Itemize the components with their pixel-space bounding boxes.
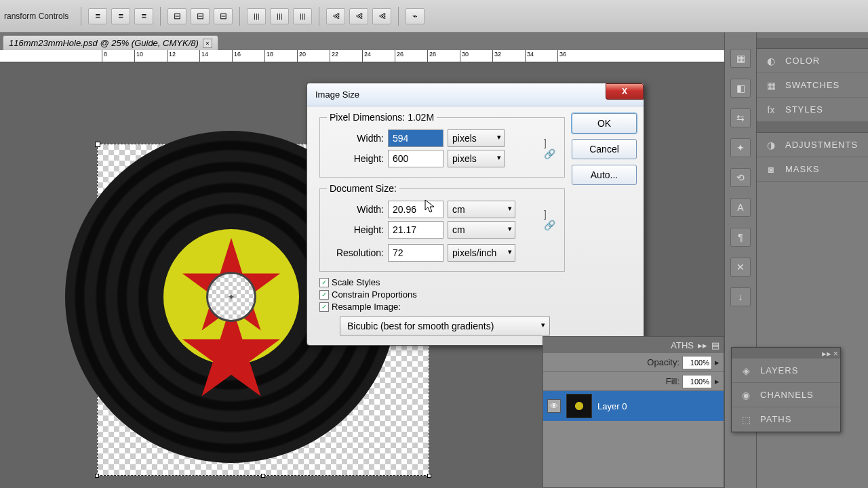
pixel-width-unit-select[interactable]: pixels	[448, 129, 505, 147]
channels-tab[interactable]: ◉CHANNELS	[732, 383, 840, 407]
align-btn-2[interactable]: ≡	[111, 8, 130, 24]
transform-handle[interactable]	[261, 474, 265, 478]
scale-styles-label: Scale Styles	[332, 277, 380, 287]
doc-width-unit-select[interactable]: cm	[448, 201, 515, 218]
options-label: ransform Controls	[4, 12, 74, 21]
resolution-unit-select[interactable]: pixels/inch	[448, 244, 515, 262]
panel-label: PATHS	[760, 414, 791, 424]
menu-icon[interactable]: ▤	[711, 340, 719, 350]
layers-panel-header[interactable]: ATHS ▸▸ ▤	[543, 337, 724, 353]
document-tab[interactable]: 116mm23mmHole.psd @ 25% (Guide, CMYK/8) …	[3, 35, 218, 50]
link-icon: ] 🔗	[544, 209, 557, 230]
width-label: Width:	[327, 133, 384, 144]
ruler-tick: 32	[492, 50, 501, 62]
pixel-height-input[interactable]	[388, 150, 443, 167]
popup-header[interactable]: ▸▸×	[732, 348, 840, 359]
doc-width-input[interactable]	[388, 201, 443, 218]
constrain-checkbox[interactable]: ✓	[319, 290, 329, 300]
panel-icon[interactable]: A	[730, 198, 751, 217]
dialog-titlebar[interactable]: Image Size X	[307, 83, 644, 106]
panel-grip[interactable]	[757, 38, 868, 49]
doc-height-input[interactable]	[388, 221, 443, 239]
center-marker-icon: ✦	[226, 292, 236, 302]
cancel-button[interactable]: Cancel	[572, 139, 637, 159]
color-panel-tab[interactable]: ◐COLOR	[757, 49, 868, 73]
pixel-width-input[interactable]	[388, 129, 443, 147]
panel-icon[interactable]: ⇆	[730, 108, 751, 127]
distribute-btn-6[interactable]: ⫷	[372, 8, 391, 24]
align-btn-3[interactable]: ≡	[134, 8, 153, 24]
panel-icon[interactable]: ⟲	[730, 168, 751, 187]
fill-label: Fill:	[666, 376, 679, 386]
distribute-btn-3[interactable]: ⫼	[293, 8, 312, 24]
close-tab-icon[interactable]: ×	[203, 39, 212, 48]
document-size-group: Document Size: Width: cm Height: cm	[319, 183, 565, 272]
align-btn-4[interactable]: ⊟	[167, 8, 186, 24]
panel-grip[interactable]	[757, 122, 868, 133]
chevron-icon[interactable]: ▸	[715, 357, 719, 367]
ruler-tick: 10	[134, 50, 143, 62]
doc-height-unit-select[interactable]: cm	[448, 221, 515, 239]
constrain-label: Constrain Proportions	[332, 289, 417, 300]
resolution-label: Resolution:	[327, 247, 384, 258]
opacity-label: Opacity:	[647, 357, 679, 367]
panel-icon[interactable]: ¶	[730, 228, 751, 247]
paths-tab[interactable]: ⬚PATHS	[732, 407, 840, 432]
align-btn-5[interactable]: ⊟	[191, 8, 210, 24]
masks-panel-tab[interactable]: ◙MASKS	[757, 157, 868, 182]
ruler-tick: 14	[199, 50, 208, 62]
panel-label: LAYERS	[760, 365, 798, 375]
resolution-input[interactable]	[388, 244, 443, 262]
layers-icon: ◈	[738, 364, 753, 378]
transform-handle[interactable]	[427, 474, 431, 478]
layer-thumbnail[interactable]	[566, 394, 592, 418]
chevron-icon[interactable]: ▸▸	[698, 340, 707, 350]
resample-method-select[interactable]: Bicubic (best for smooth gradients)	[340, 317, 550, 336]
dialog-close-button[interactable]: X	[606, 83, 644, 100]
transform-handle[interactable]	[95, 474, 99, 478]
swatches-panel-tab[interactable]: ▦SWATCHES	[757, 73, 868, 98]
height-label: Height:	[327, 153, 384, 164]
distribute-btn-1[interactable]: ⫼	[247, 8, 266, 24]
separator	[239, 7, 240, 26]
chevron-icon[interactable]: ▸	[715, 376, 719, 386]
record-label: ✦	[163, 229, 299, 365]
resample-checkbox[interactable]: ✓	[319, 302, 329, 312]
fx-icon: fx	[764, 103, 778, 117]
opacity-input[interactable]	[682, 356, 712, 369]
scale-styles-checkbox[interactable]: ✓	[319, 278, 329, 287]
panel-icon[interactable]: ◧	[730, 79, 751, 98]
paths-tab-fragment[interactable]: ATHS	[671, 340, 694, 350]
half-circle-icon: ◑	[764, 138, 778, 152]
align-btn-1[interactable]: ≡	[88, 8, 107, 24]
separator	[160, 7, 161, 26]
panel-icon[interactable]: ↓	[730, 287, 751, 306]
mask-icon: ◙	[764, 163, 778, 176]
ok-button[interactable]: OK	[572, 113, 637, 134]
distribute-btn-5[interactable]: ⫷	[349, 8, 368, 24]
adjustments-panel-tab[interactable]: ◑ADJUSTMENTS	[757, 133, 868, 157]
pixel-dimensions-legend: Pixel Dimensions: 1.02M	[327, 112, 437, 123]
auto-button[interactable]: Auto...	[572, 165, 637, 185]
document-tab-label: 116mm23mmHole.psd @ 25% (Guide, CMYK/8)	[9, 38, 199, 48]
visibility-eye-icon[interactable]: 👁	[547, 399, 561, 413]
layer-row[interactable]: 👁 Layer 0	[543, 391, 724, 421]
panel-icon[interactable]: ✦	[730, 138, 751, 157]
align-btn-6[interactable]: ⊟	[214, 8, 233, 24]
options-bar: ransform Controls ≡ ≡ ≡ ⊟ ⊟ ⊟ ⫼ ⫼ ⫼ ⫷ ⫷ …	[0, 0, 868, 33]
fill-input[interactable]	[682, 375, 712, 388]
panel-icon[interactable]: ▦	[730, 49, 751, 68]
distribute-btn-2[interactable]: ⫼	[270, 8, 289, 24]
pixel-height-unit-select[interactable]: pixels	[448, 150, 505, 167]
panel-icon[interactable]: ✕	[730, 258, 751, 277]
layers-tab[interactable]: ◈LAYERS	[732, 359, 840, 383]
warp-btn[interactable]: ⌁	[406, 8, 425, 24]
color-icon: ◐	[764, 54, 778, 68]
distribute-btn-4[interactable]: ⫷	[326, 8, 345, 24]
layer-name: Layer 0	[597, 401, 627, 411]
image-size-dialog: Image Size X Pixel Dimensions: 1.02M Wid…	[307, 83, 644, 346]
ruler-tick: 24	[362, 50, 371, 62]
separator	[398, 7, 399, 26]
styles-panel-tab[interactable]: fxSTYLES	[757, 98, 868, 122]
channels-icon: ◉	[738, 388, 753, 402]
